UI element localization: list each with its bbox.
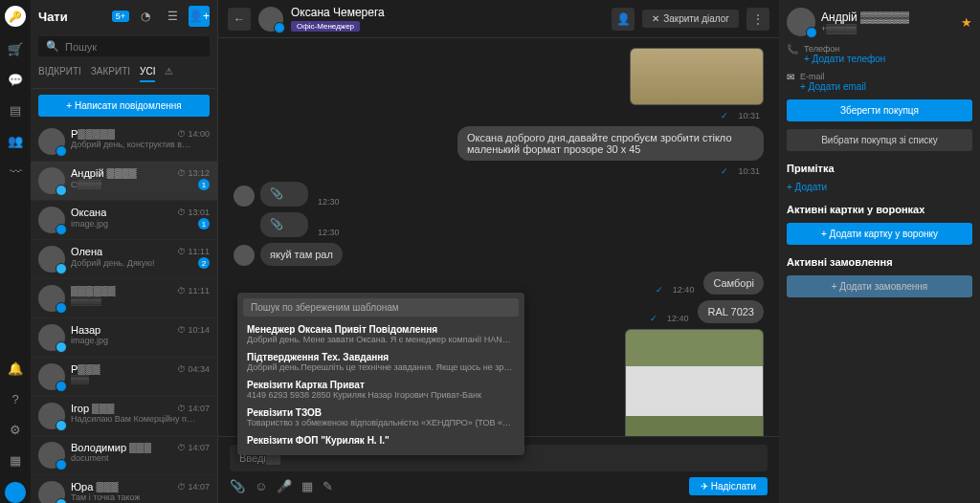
chat-avatar — [38, 128, 65, 155]
template-icon[interactable]: ▦ — [301, 479, 313, 493]
chat-list-panel: Чати 5+ ◔ ☰ 👤+ 🔍 ВІДКРИТІ ЗАКРИТІ УСІ ⚠ … — [31, 0, 218, 503]
pick-customer-button[interactable]: Вибрати покупця зі списку — [787, 129, 972, 151]
chat-name: Р▒▒▒ — [71, 363, 100, 375]
bell-icon[interactable]: 🔔 — [7, 360, 24, 377]
mail-icon: ✉ — [787, 72, 794, 82]
chat-avatar — [38, 403, 65, 429]
chat-name: Р▒▒▒▒▒ — [71, 128, 115, 140]
add-order-button[interactable]: + Додати замовлення — [787, 275, 972, 297]
chat-preview: ▒▒▒ — [71, 375, 89, 384]
user-avatar[interactable] — [5, 482, 26, 503]
attachment-in[interactable]: 📎 — [260, 182, 308, 207]
template-item[interactable]: Реквізити ФОП "Куриляк Н. І." — [243, 431, 519, 449]
people-icon[interactable]: 👥 — [7, 132, 24, 149]
back-button[interactable]: ← — [228, 8, 251, 31]
attach-icon[interactable]: 📎 — [230, 479, 245, 493]
chat-avatar — [38, 167, 65, 194]
chat-item[interactable]: Назар⏱ 10:14image.jpg — [31, 318, 217, 358]
send-button[interactable]: ✈ Надіслати — [689, 477, 768, 495]
chat-name: Назар — [71, 324, 100, 336]
unread-badge: 5+ — [112, 11, 129, 22]
chat-name: ▒▒▒▒▒▒ — [71, 285, 116, 296]
attachment-in[interactable]: 📎 — [260, 212, 308, 237]
gear-icon[interactable]: ⚙ — [7, 421, 24, 438]
stats-icon[interactable]: 〰 — [7, 163, 24, 180]
chat-name: Олена — [71, 246, 102, 257]
chat-item[interactable]: Ігор ▒▒▒⏱ 14:07Надсилаю Вам Комерційну п… — [31, 397, 217, 436]
chat-preview: С▒▒▒▒ — [71, 180, 101, 189]
add-note[interactable]: + Додати — [787, 182, 972, 192]
chat-icon[interactable]: 💬 — [7, 71, 24, 88]
chat-avatar — [38, 481, 65, 503]
chat-preview: Надсилаю Вам Комерційну пропозицію — [71, 414, 195, 424]
chat-item[interactable]: Р▒▒▒⏱ 04:34▒▒▒ — [31, 358, 217, 397]
chat-name: Володимир ▒▒▒ — [71, 442, 151, 453]
template-search[interactable]: Пошук по збереженим шаблонам — [243, 298, 519, 317]
add-card-button[interactable]: + Додати картку у воронку — [787, 223, 972, 245]
app-logo[interactable]: 🔑 — [5, 6, 26, 27]
chat-item[interactable]: Володимир ▒▒▒⏱ 14:07document — [31, 436, 217, 475]
tab-all[interactable]: УСІ — [140, 66, 155, 82]
header-name: Оксана Чемерега — [291, 6, 385, 19]
add-phone[interactable]: + Додати телефон — [804, 54, 885, 64]
message-in: якуй там рал — [260, 243, 343, 266]
chat-name: Андрій ▒▒▒▒ — [71, 167, 137, 179]
chat-items: Р▒▒▒▒▒⏱ 14:00Добрий день, конструктив ва… — [31, 122, 217, 503]
grid-icon[interactable]: ▦ — [7, 451, 24, 469]
add-email[interactable]: + Додати email — [800, 81, 866, 92]
cards-section: Активні картки у воронках — [787, 204, 972, 215]
conversation-panel: ← Оксана Чемерега Офіс-Менеджер 👤 ✕ Закр… — [218, 0, 779, 503]
tab-open[interactable]: ВІДКРИТІ — [38, 66, 81, 82]
customer-panel: Андрій ▒▒▒▒▒▒ +▒▒▒▒▒ ★ 📞Телефон+ Додати … — [779, 0, 980, 503]
chat-item[interactable]: Андрій ▒▒▒▒⏱ 13:12С▒▒▒▒1 — [31, 162, 217, 201]
chat-item[interactable]: Олена⏱ 11:11Добрий день. Дякую!2 — [31, 240, 217, 279]
unread-count: 1 — [198, 179, 210, 190]
header-role: Офіс-Менеджер — [291, 21, 360, 32]
emoji-icon[interactable]: ☺ — [255, 479, 267, 493]
assign-button[interactable]: 👤 — [612, 8, 635, 31]
search-box[interactable]: 🔍 — [38, 36, 210, 56]
add-user-button[interactable]: 👤+ — [189, 6, 210, 27]
image-message[interactable] — [630, 48, 764, 105]
tab-warn-icon[interactable]: ⚠ — [165, 66, 173, 82]
chat-preview: Там і точка також — [71, 492, 140, 502]
chat-item[interactable]: ▒▒▒▒▒▒⏱ 11:11▒▒▒▒▒ — [31, 279, 217, 318]
chat-avatar — [38, 207, 65, 233]
template-item[interactable]: Реквізити ТЗОВТовариство з обмеженою від… — [243, 404, 519, 431]
funnel-icon[interactable]: ▤ — [7, 101, 24, 119]
close-dialog-button[interactable]: ✕ Закрити діалог — [642, 10, 739, 28]
mic-icon[interactable]: 🎤 — [277, 479, 292, 493]
sender-avatar — [234, 186, 255, 207]
message-out: Самборі — [703, 272, 764, 295]
new-message-button[interactable]: + Написати повідомлення — [38, 95, 210, 117]
note-icon[interactable]: ✎ — [323, 479, 333, 493]
search-input[interactable] — [65, 41, 202, 53]
message-out: RAL 7023 — [698, 300, 764, 323]
template-item[interactable]: Менеджер Оксана Привіт ПовідомленняДобри… — [243, 320, 519, 348]
help-icon[interactable]: ? — [7, 390, 24, 407]
clock-icon[interactable]: ◔ — [135, 6, 156, 27]
customer-avatar — [787, 8, 815, 36]
header-avatar — [258, 7, 283, 32]
chat-item[interactable]: Оксана⏱ 13:01image.jpg1 — [31, 201, 217, 240]
save-customer-button[interactable]: Зберегти покупця — [787, 99, 972, 121]
orders-section: Активні замовлення — [787, 256, 972, 268]
cart-icon[interactable]: 🛒 — [7, 40, 24, 57]
note-section: Примітка — [787, 163, 972, 174]
read-icon: ✓ — [721, 111, 728, 120]
template-item[interactable]: Підтвердження Тех. ЗавданняДобрий день.П… — [243, 348, 519, 376]
unread-count: 2 — [198, 257, 210, 269]
message-out: Оксана доброго дня,давайте спробуєм зроб… — [457, 126, 764, 161]
image-message[interactable] — [625, 329, 764, 436]
chat-preview: document — [71, 453, 109, 463]
chat-avatar — [38, 285, 65, 312]
app-sidebar: 🔑 🛒 💬 ▤ 👥 〰 🔔 ? ⚙ ▦ — [0, 0, 31, 503]
chat-item[interactable]: Р▒▒▒▒▒⏱ 14:00Добрий день, конструктив ва… — [31, 122, 217, 162]
chat-item[interactable]: Юра ▒▒▒⏱ 14:07Там і точка також — [31, 475, 217, 503]
tab-closed[interactable]: ЗАКРИТІ — [91, 66, 130, 82]
star-icon[interactable]: ★ — [961, 15, 972, 30]
unread-count: 1 — [198, 218, 210, 230]
filter-icon[interactable]: ☰ — [162, 6, 183, 27]
more-button[interactable]: ⋮ — [746, 8, 769, 31]
template-item[interactable]: Реквізити Картка Приват4149 6293 5938 28… — [243, 376, 519, 404]
